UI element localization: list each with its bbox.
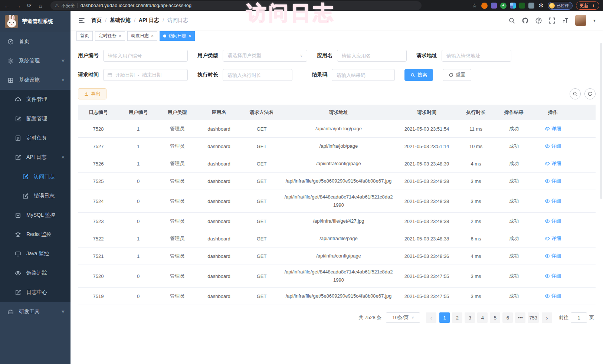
next-page-button[interactable]: › bbox=[542, 312, 552, 323]
extension-icon[interactable] bbox=[528, 3, 534, 9]
sidebar-item-access-log[interactable]: 访问日志 bbox=[0, 167, 71, 186]
breadcrumb-infra[interactable]: 基础设施 bbox=[110, 17, 131, 24]
eye-icon bbox=[545, 273, 550, 279]
detail-link[interactable]: 详细 bbox=[545, 178, 561, 184]
search-button[interactable]: 搜索 bbox=[404, 69, 433, 81]
sidebar-item-log-center[interactable]: 日志中心 bbox=[0, 283, 71, 302]
close-icon[interactable]: × bbox=[119, 33, 121, 39]
forward-icon[interactable]: → bbox=[15, 2, 22, 9]
hamburger-icon[interactable] bbox=[78, 17, 85, 24]
tab-scheduled-jobs[interactable]: 定时任务× bbox=[95, 31, 125, 41]
reset-button[interactable]: 重置 bbox=[443, 69, 471, 81]
cell-user-id: 1 bbox=[119, 155, 158, 172]
cell-request-url: /api/infra/config/page bbox=[282, 247, 395, 265]
extension-icon[interactable] bbox=[481, 3, 488, 9]
sidebar-item-redis-monitor[interactable]: Redis 监控 bbox=[0, 225, 71, 244]
detail-link[interactable]: 详细 bbox=[545, 235, 561, 242]
font-size-icon[interactable] bbox=[562, 17, 569, 24]
page-button[interactable]: 5 bbox=[490, 312, 500, 323]
sidebar-item-scheduled-jobs[interactable]: 定时任务 bbox=[0, 128, 71, 148]
tab-access-log[interactable]: 访问日志× bbox=[160, 31, 195, 41]
col-result: 操作结果 bbox=[494, 105, 534, 120]
detail-link[interactable]: 详细 bbox=[545, 143, 561, 150]
fullscreen-icon[interactable] bbox=[548, 17, 556, 24]
user-type-select[interactable]: 请选择用户类型 ˅ bbox=[223, 50, 307, 62]
sidebar-item-mysql-monitor[interactable]: MySQL 监控 bbox=[0, 206, 71, 225]
extension-icon[interactable] bbox=[491, 3, 497, 9]
page-button[interactable]: 6 bbox=[502, 312, 513, 323]
search-icon[interactable] bbox=[508, 17, 515, 24]
cell-log-id: 7520 bbox=[78, 265, 119, 287]
github-icon[interactable] bbox=[522, 17, 529, 24]
extension-icon[interactable] bbox=[519, 3, 525, 9]
mysql-icon bbox=[15, 212, 21, 219]
breadcrumb-home[interactable]: 首页 bbox=[91, 17, 102, 24]
breadcrumb-api-log[interactable]: API 日志 bbox=[139, 17, 159, 24]
access-log-table: 日志编号 用户编号 用户类型 应用名 请求方法名 请求地址 请求时间 执行时长 … bbox=[78, 105, 596, 305]
sidebar-item-label: Redis 监控 bbox=[26, 231, 52, 238]
detail-link-label: 详细 bbox=[551, 198, 561, 204]
reload-icon[interactable]: ⟳ bbox=[26, 2, 33, 9]
chrome-menu-icon[interactable]: ⋮ bbox=[591, 3, 596, 8]
extension-icon[interactable] bbox=[500, 3, 507, 9]
page-button[interactable]: ••• bbox=[515, 312, 525, 323]
page-buttons: 1 2 3 4 5 6 ••• 753 bbox=[439, 312, 539, 323]
user-avatar[interactable] bbox=[575, 15, 586, 26]
close-icon[interactable]: × bbox=[151, 33, 154, 39]
extension-pinwheel-icon[interactable]: ✻ bbox=[538, 2, 544, 9]
page-button[interactable]: 2 bbox=[452, 312, 462, 323]
scrollbar[interactable] bbox=[600, 43, 602, 199]
toggle-search-button[interactable] bbox=[570, 88, 581, 99]
eye-icon bbox=[15, 270, 21, 276]
extension-icon[interactable] bbox=[510, 3, 516, 9]
cell-user-type: 管理员 bbox=[158, 120, 197, 137]
top-navbar: 首页 / 基础设施 / API 日志 / 访问日志 ▼ bbox=[71, 11, 603, 30]
prev-page-button[interactable]: ‹ bbox=[426, 312, 436, 323]
detail-link[interactable]: 详细 bbox=[545, 125, 561, 132]
col-app-name: 应用名 bbox=[197, 105, 241, 120]
sidebar-item-java-monitor[interactable]: Java 监控 bbox=[0, 244, 71, 263]
detail-link[interactable]: 详细 bbox=[545, 160, 561, 167]
tab-home[interactable]: 首页 bbox=[76, 31, 93, 41]
sidebar-item-config-manage[interactable]: 配置管理 bbox=[0, 109, 71, 128]
sidebar-item-system[interactable]: 系统管理 ˅ bbox=[0, 51, 71, 70]
close-icon[interactable]: × bbox=[189, 33, 191, 39]
cell-result: 成功 bbox=[494, 190, 534, 212]
bookmark-star-icon[interactable]: ☆ bbox=[471, 2, 478, 9]
app-name-input[interactable] bbox=[337, 50, 407, 62]
address-bar[interactable]: ⚠ 不安全 dashboard.yudao.iocoder.cn/infra/l… bbox=[50, 1, 422, 10]
detail-link[interactable]: 详细 bbox=[545, 253, 561, 259]
page-button[interactable]: 3 bbox=[465, 312, 475, 323]
home-icon[interactable]: ⌂ bbox=[37, 2, 44, 9]
sidebar-item-api-log[interactable]: API 日志 ˄ bbox=[0, 148, 71, 167]
detail-link[interactable]: 详细 bbox=[545, 218, 561, 224]
page-size-select[interactable]: 10条/页 ˅ bbox=[386, 312, 420, 323]
browser-update-button[interactable]: 更新 ⋮ bbox=[576, 1, 599, 10]
sidebar-item-file-manage[interactable]: 文件管理 bbox=[0, 90, 71, 109]
paused-extension-badge[interactable]: 已暂停 bbox=[548, 2, 573, 10]
sidebar-item-trace[interactable]: 链路追踪 bbox=[0, 263, 71, 283]
help-icon[interactable] bbox=[535, 17, 542, 24]
user-id-input[interactable] bbox=[103, 50, 188, 62]
result-code-input[interactable] bbox=[332, 69, 395, 81]
back-icon[interactable]: ← bbox=[4, 2, 10, 9]
sidebar-item-error-log[interactable]: 错误日志 bbox=[0, 186, 71, 206]
sidebar-item-dev-tools[interactable]: 研发工具 ˅ bbox=[0, 302, 71, 321]
tab-schedule-log[interactable]: 调度日志× bbox=[127, 31, 157, 41]
page-button[interactable]: 4 bbox=[477, 312, 488, 323]
detail-link[interactable]: 详细 bbox=[545, 273, 561, 279]
chevron-down-icon[interactable]: ▼ bbox=[593, 19, 596, 23]
sidebar-item-home[interactable]: 首页 bbox=[0, 32, 71, 51]
detail-link[interactable]: 详细 bbox=[545, 293, 561, 299]
page-button[interactable]: 1 bbox=[439, 312, 450, 323]
sidebar-item-label: 基础设施 bbox=[19, 77, 40, 83]
page-button[interactable]: 753 bbox=[528, 312, 539, 323]
sidebar-item-infra[interactable]: 基础设施 ˄ bbox=[0, 70, 71, 90]
refresh-table-button[interactable] bbox=[584, 88, 596, 99]
detail-link[interactable]: 详细 bbox=[545, 198, 561, 204]
export-button[interactable]: 导出 bbox=[78, 88, 106, 99]
duration-input[interactable] bbox=[223, 69, 292, 81]
request-url-input[interactable] bbox=[442, 50, 511, 62]
request-time-range-picker[interactable]: 开始日期 - 结束日期 bbox=[103, 69, 188, 81]
goto-page-input[interactable] bbox=[571, 312, 587, 323]
